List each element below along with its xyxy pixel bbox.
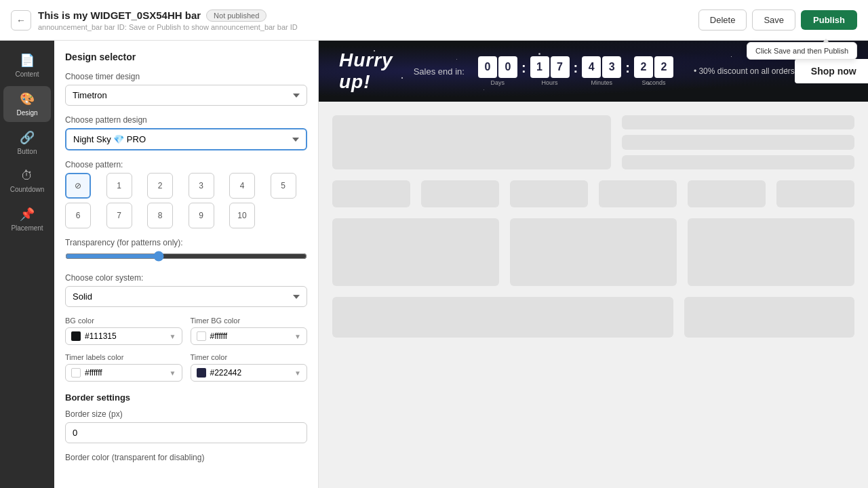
- pattern-btn-1[interactable]: 1: [106, 173, 132, 199]
- pattern-btn-5[interactable]: 5: [271, 173, 296, 199]
- border-color-group: Border color (transparent for disabling): [65, 453, 307, 462]
- placeholder-row-4: [332, 297, 854, 338]
- pattern-btn-10[interactable]: 10: [229, 203, 255, 228]
- timer-hours: 1 7 Hours: [530, 56, 570, 86]
- timer-bg-color-value: #ffffff: [210, 331, 228, 341]
- timer-min-2: 3: [602, 56, 621, 78]
- timer-day-2: 0: [498, 56, 517, 78]
- timer-color-label: Timer color: [191, 353, 308, 361]
- sidebar-item-placement[interactable]: 📌 Placement: [3, 201, 51, 237]
- placeholder-box: [622, 135, 854, 149]
- pattern-design-group: Choose pattern design Night Sky 💎 PRO St…: [65, 115, 307, 150]
- save-button[interactable]: Save: [752, 9, 795, 30]
- page-subtitle: announcement_bar bar ID: Save or Publish…: [38, 23, 298, 31]
- sidebar-item-design[interactable]: 🎨 Design: [3, 86, 51, 122]
- timer-hour-1: 1: [530, 56, 549, 78]
- sidebar-item-content[interactable]: 📄 Content: [3, 47, 51, 83]
- timer-labels-color-group: Timer labels color #ffffff ▼: [65, 353, 182, 382]
- timer-sep-2: :: [574, 56, 578, 76]
- choose-pattern-group: Choose pattern: ⊘ 1 2 3 4 5 6 7 8 9 10: [65, 160, 307, 228]
- timer-bg-color-group: Timer BG color #ffffff ▼: [191, 317, 308, 345]
- placeholder-box: [688, 218, 854, 286]
- sidebar-item-label: Content: [15, 70, 39, 78]
- countdown-icon: ⏱: [21, 169, 33, 183]
- placeholder-box: [332, 115, 611, 169]
- placeholder-box: [510, 180, 588, 207]
- preview-area: Hurry up! Sales end in: 0 0 Days :: [319, 41, 868, 488]
- timer-seconds-digits: 2 2: [634, 56, 673, 78]
- title-group: This is my WIDGET_0SX54HH bar Not publis…: [38, 9, 298, 31]
- timer-color-swatch: [197, 368, 206, 378]
- placeholder-box: [622, 155, 854, 169]
- pattern-design-select[interactable]: Night Sky 💎 PRO Stars Gradient None: [65, 128, 307, 150]
- placeholder-box: [332, 218, 499, 286]
- delete-button[interactable]: Delete: [698, 9, 747, 30]
- choose-pattern-label: Choose pattern:: [65, 160, 307, 169]
- pattern-btn-9[interactable]: 9: [189, 203, 214, 228]
- timer-labels-arrow: ▼: [170, 369, 176, 377]
- pattern-btn-7[interactable]: 7: [106, 203, 132, 228]
- timer-bg-swatch: [197, 331, 206, 341]
- timer-design-group: Choose timer design Timetron Classic Min…: [65, 72, 307, 106]
- timer-color-group: Timer color #222442 ▼: [191, 353, 308, 382]
- timer-minutes-digits: 4 3: [582, 56, 621, 78]
- transparency-slider[interactable]: [65, 251, 307, 262]
- pattern-btn-8[interactable]: 8: [147, 203, 173, 228]
- section-title: Design selector: [65, 52, 307, 62]
- color-system-label: Choose color system:: [65, 273, 307, 283]
- placeholder-row-3: [332, 218, 854, 286]
- timer-bg-color-picker[interactable]: #ffffff ▼: [191, 327, 308, 345]
- timer-design-select[interactable]: Timetron Classic Minimal: [65, 85, 307, 106]
- timer-day-1: 0: [478, 56, 497, 78]
- timer-color-picker[interactable]: #222442 ▼: [191, 364, 308, 382]
- placeholder-col: [622, 115, 854, 169]
- bg-color-picker[interactable]: #111315 ▼: [65, 327, 182, 345]
- hurry-text: Hurry up!: [339, 49, 393, 93]
- pattern-btn-3[interactable]: 3: [189, 173, 214, 199]
- border-section-title: Border settings: [65, 392, 307, 403]
- placement-icon: 📌: [20, 207, 35, 222]
- sidebar-item-countdown[interactable]: ⏱ Countdown: [3, 163, 51, 199]
- timer-labels-color-picker[interactable]: #ffffff ▼: [65, 364, 182, 382]
- timer-hour-2: 7: [551, 56, 570, 78]
- timer-sep-3: :: [625, 56, 630, 76]
- page-title: This is my WIDGET_0SX54HH bar: [38, 9, 201, 21]
- pattern-btn-6[interactable]: 6: [65, 203, 91, 228]
- content-grid: [319, 102, 868, 362]
- placeholder-row-2: [332, 180, 854, 207]
- pattern-btn-2[interactable]: 2: [147, 173, 173, 199]
- sidebar-item-label: Placement: [11, 224, 43, 232]
- timer-hours-digits: 1 7: [530, 56, 570, 78]
- publish-tooltip: Click Save and then Publish: [747, 42, 857, 60]
- pattern-btn-4[interactable]: 4: [229, 173, 255, 199]
- sidebar-item-button[interactable]: 🔗 Button: [3, 125, 51, 161]
- sidebar-nav: 📄 Content 🎨 Design 🔗 Button ⏱ Countdown …: [0, 41, 54, 488]
- transparency-label: Transparency (for patterns only):: [65, 238, 307, 247]
- bg-color-swatch: [71, 331, 81, 341]
- back-button[interactable]: ←: [11, 10, 31, 30]
- border-size-input[interactable]: [65, 422, 307, 443]
- timer-labels-color-value: #ffffff: [85, 368, 102, 378]
- bg-color-value: #111315: [85, 331, 117, 341]
- color-row-2: Timer labels color #ffffff ▼ Timer color…: [65, 353, 307, 382]
- timer-days-label: Days: [491, 79, 505, 86]
- settings-panel: Design selector Choose timer design Time…: [54, 41, 319, 488]
- timer-bg-arrow: ▼: [294, 333, 301, 340]
- placeholder-box: [332, 297, 673, 338]
- timer-seconds: 2 2 Seconds: [634, 56, 673, 86]
- border-color-label: Border color (transparent for disabling): [65, 453, 307, 462]
- bg-color-label: BG color: [65, 317, 182, 325]
- shop-now-button[interactable]: Shop now: [795, 59, 868, 83]
- timer-design-label: Choose timer design: [65, 72, 307, 81]
- sidebar-item-label: Design: [16, 109, 37, 117]
- button-icon: 🔗: [20, 130, 35, 145]
- publish-button[interactable]: Publish: [801, 10, 857, 30]
- color-system-select[interactable]: Solid Gradient: [65, 286, 307, 307]
- timer-days-digits: 0 0: [478, 56, 517, 78]
- bg-color-arrow: ▼: [170, 333, 176, 340]
- sidebar-item-label: Countdown: [10, 186, 45, 193]
- status-badge: Not published: [206, 9, 267, 22]
- timer-sec-1: 2: [634, 56, 653, 78]
- border-size-label: Border size (px): [65, 409, 307, 419]
- pattern-btn-0[interactable]: ⊘: [65, 173, 91, 199]
